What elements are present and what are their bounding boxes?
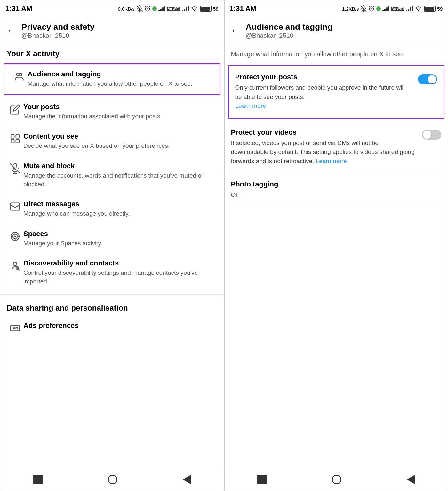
signal-bars2-right (406, 6, 413, 11)
spaces-title: Spaces (23, 230, 217, 238)
discoverability-text: Discoverability and contacts Control you… (23, 259, 217, 286)
screen-header-right: ← Audience and tagging @Bhaskar_2510_ (225, 17, 448, 43)
setting-protect-videos[interactable]: Protect your videos If selected, videos … (225, 121, 448, 173)
mute-block-title: Mute and block (23, 162, 217, 170)
menu-item-audience-tagging[interactable]: Audience and tagging Manage what informa… (4, 63, 220, 95)
protect-videos-row: Protect your videos If selected, videos … (231, 128, 442, 166)
mute-block-icon-wrap (7, 162, 23, 174)
svg-point-6 (19, 73, 22, 76)
time-left: 1:31 AM (5, 4, 32, 13)
battery-icon-right (424, 6, 436, 12)
back-button-left[interactable]: ← (7, 26, 15, 36)
menu-item-content-you-see[interactable]: Content you see Decide what you see on X… (0, 126, 224, 156)
your-posts-icon-wrap (7, 103, 23, 115)
protect-posts-toggle-knob (428, 75, 436, 83)
mute-block-text: Mute and block Manage the accounts, word… (23, 162, 217, 188)
mute-block-icon (10, 163, 20, 174)
content-you-see-title: Content you see (23, 132, 217, 140)
mute-icon-right (360, 5, 367, 12)
menu-item-direct-messages[interactable]: Direct messages Manage who can message y… (0, 194, 224, 224)
nav-circle-left[interactable] (108, 475, 117, 484)
status-bar-left: 1:31 AM 0.0KB/s Vo WiFi 59 (0, 0, 224, 17)
svg-point-4 (194, 10, 195, 12)
photo-tagging-desc: Off (231, 190, 442, 200)
section-data-title: Data sharing and personalisation (0, 297, 224, 316)
setting-photo-tagging[interactable]: Photo tagging Off (225, 173, 448, 207)
speed-left: 0.0KB/s (118, 6, 135, 12)
back-button-right[interactable]: ← (231, 26, 239, 36)
screen-content-right: Protect your posts Only current follower… (225, 62, 448, 468)
person-search-icon (10, 260, 20, 271)
svg-rect-10 (16, 140, 19, 143)
ads-preferences-title: Ads preferences (23, 321, 217, 330)
photo-tagging-title: Photo tagging (231, 180, 442, 188)
green-status-dot-right (376, 6, 381, 11)
svg-point-18 (13, 262, 17, 266)
menu-item-ads-preferences[interactable]: Ads preferences (0, 316, 224, 339)
status-icons-right: 1.2KB/s Vo WiFi 59 (342, 5, 443, 12)
menu-item-mute-block[interactable]: Mute and block Manage the accounts, word… (0, 156, 224, 194)
section-divider-left (0, 294, 224, 295)
menu-item-your-posts[interactable]: Your posts Manage the information associ… (0, 97, 224, 127)
nav-square-right[interactable] (257, 475, 267, 484)
protect-videos-toggle-knob (423, 131, 431, 139)
protect-posts-desc: Only current followers and people you ap… (235, 83, 412, 111)
username-left: @Bhaskar_2510_ (21, 32, 94, 39)
nav-square-left[interactable] (33, 475, 43, 484)
audience-tagging-text: Audience and tagging Manage what informa… (28, 70, 213, 88)
protect-videos-title: Protect your videos (231, 128, 416, 137)
menu-item-spaces[interactable]: Spaces Manage your Spaces activity (0, 224, 224, 254)
spaces-text: Spaces Manage your Spaces activity (23, 230, 217, 248)
discoverability-title: Discoverability and contacts (23, 259, 217, 267)
alarm-icon (144, 5, 151, 12)
protect-videos-text: Protect your videos If selected, videos … (231, 128, 422, 166)
header-text-left: Privacy and safety @Bhaskar_2510_ (21, 22, 94, 39)
audience-tagging-desc: Manage what information you allow other … (28, 80, 213, 88)
edit-icon (10, 104, 20, 115)
mute-block-desc: Manage the accounts, words and notificat… (23, 171, 217, 188)
signal-bars-right (382, 6, 389, 11)
svg-rect-9 (11, 140, 14, 143)
protect-posts-toggle[interactable] (418, 74, 437, 84)
screen-content-left: Your X activity Audience and tagging Man… (0, 43, 224, 468)
bottom-nav-left (0, 468, 224, 491)
section-activity-title: Your X activity (0, 43, 224, 61)
protect-posts-title: Protect your posts (235, 73, 412, 81)
ads-icon-wrap (7, 321, 23, 334)
content-icon (10, 133, 20, 144)
signal-bars2-left (182, 6, 189, 11)
setting-protect-posts[interactable]: Protect your posts Only current follower… (228, 65, 445, 119)
battery-level-right: 59 (437, 6, 443, 12)
bottom-nav-right (225, 468, 448, 491)
menu-item-discoverability[interactable]: Discoverability and contacts Control you… (0, 253, 224, 291)
speed-right: 1.2KB/s (342, 6, 359, 12)
your-posts-text: Your posts Manage the information associ… (23, 103, 217, 121)
protect-videos-toggle[interactable] (422, 130, 441, 140)
nav-circle-right[interactable] (332, 475, 341, 484)
status-icons-left: 0.0KB/s Vo WiFi 59 (118, 5, 218, 12)
battery-level-left: 59 (213, 6, 219, 12)
direct-messages-icon-wrap (7, 200, 23, 212)
ads-preferences-text: Ads preferences (23, 321, 217, 331)
protect-posts-learn-more[interactable]: Learn more (235, 102, 266, 109)
nav-back-right[interactable] (407, 475, 415, 484)
mute-icon (136, 5, 143, 12)
ads-icon (10, 323, 20, 334)
page-title-left: Privacy and safety (21, 22, 94, 32)
vo-wifi-badge-left: Vo WiFi (167, 7, 180, 11)
nav-back-left[interactable] (183, 475, 191, 484)
svg-point-25 (418, 10, 419, 12)
discoverability-desc: Control your discoverability settings an… (23, 269, 217, 286)
direct-messages-text: Direct messages Manage who can message y… (23, 200, 217, 218)
protect-posts-toggle-wrap[interactable] (418, 74, 437, 84)
header-text-right: Audience and tagging @Bhaskar_2510_ (246, 22, 333, 39)
wifi-icon-left (191, 6, 198, 12)
audience-icon (14, 71, 25, 82)
protect-posts-row: Protect your posts Only current follower… (235, 73, 437, 111)
protect-videos-learn-more[interactable]: Learn more (316, 158, 347, 164)
right-phone: 1:31 AM 1.2KB/s Vo WiFi 59 (224, 0, 448, 491)
wifi-icon-right (415, 6, 422, 12)
direct-messages-desc: Manage who can message you directly. (23, 210, 217, 218)
protect-videos-toggle-wrap[interactable] (422, 130, 441, 140)
time-right: 1:31 AM (230, 4, 257, 13)
